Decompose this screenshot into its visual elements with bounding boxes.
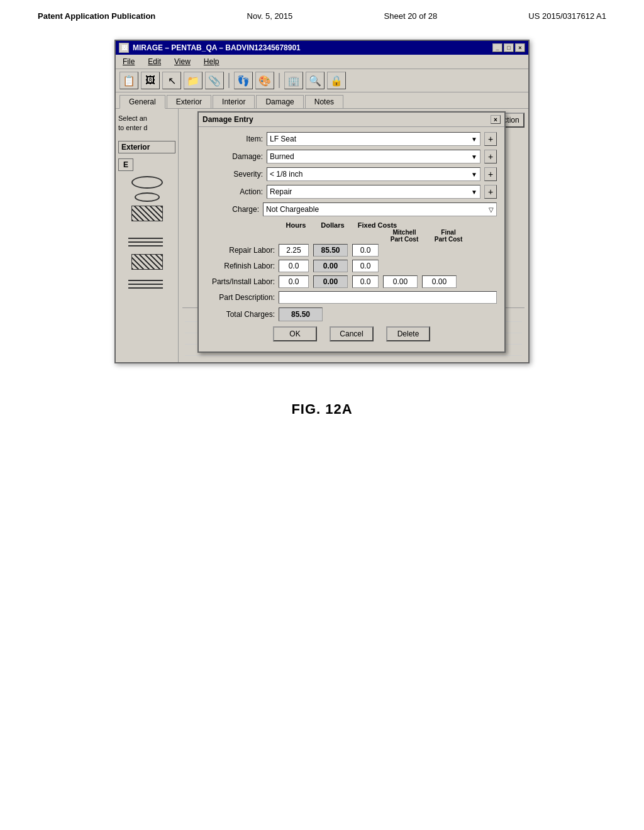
shape-hatched-1 bbox=[131, 206, 163, 221]
toolbar-btn-6[interactable]: 👣 bbox=[234, 72, 253, 89]
shape-lines-2 bbox=[128, 280, 166, 289]
action-add-button[interactable]: + bbox=[484, 185, 497, 199]
labor-header-row: Hours Dollars Fixed Costs bbox=[279, 221, 497, 229]
toolbar-btn-4[interactable]: 📁 bbox=[184, 72, 203, 89]
parts-labor-label: Parts/Install Labor: bbox=[206, 277, 279, 286]
hours-header: Hours bbox=[279, 221, 313, 229]
toolbar-separator-1 bbox=[228, 73, 230, 88]
parts-dollars-input[interactable] bbox=[313, 275, 348, 288]
charge-row: Charge: Not Chargeable ▽ bbox=[206, 202, 497, 216]
minimize-button[interactable]: _ bbox=[492, 43, 502, 52]
menu-view[interactable]: View bbox=[172, 57, 192, 67]
severity-row: Severity: < 1/8 inch ▼ + bbox=[206, 167, 497, 181]
delete-button[interactable]: Delete bbox=[386, 326, 430, 341]
total-charges-label: Total Charges: bbox=[206, 310, 279, 319]
total-charges-row: Total Charges: bbox=[206, 307, 497, 321]
refinish-labor-label: Refinish Labor: bbox=[206, 262, 279, 270]
app-icon: 🖼 bbox=[119, 43, 129, 53]
toolbar-btn-10[interactable]: 🔒 bbox=[327, 72, 346, 89]
cancel-button[interactable]: Cancel bbox=[330, 326, 374, 341]
fixed-costs-header: Fixed Costs bbox=[352, 221, 402, 229]
toolbar-btn-7[interactable]: 🎨 bbox=[255, 72, 274, 89]
part-description-row: Part Description: bbox=[206, 291, 497, 304]
severity-add-button[interactable]: + bbox=[484, 167, 497, 181]
parts-hours-input[interactable] bbox=[279, 275, 309, 288]
title-bar-buttons[interactable]: _ □ × bbox=[492, 43, 525, 52]
tab-exterior[interactable]: Exterior bbox=[167, 95, 211, 108]
page-header: Patent Application Publication Nov. 5, 2… bbox=[0, 0, 644, 27]
parts-final-input[interactable] bbox=[422, 275, 457, 288]
tab-bar: General Exterior Interior Damage Notes bbox=[116, 92, 528, 108]
page-content: 🖼 MIRAGE – PENTAB_QA – BADVIN12345678901… bbox=[0, 27, 644, 376]
action-dropdown[interactable]: Repair ▼ bbox=[267, 185, 480, 199]
item-dropdown[interactable]: LF Seat ▼ bbox=[267, 132, 480, 146]
refinish-fixed-input[interactable] bbox=[352, 260, 379, 272]
left-sidebar: Select an to enter d Exterior E bbox=[116, 109, 179, 362]
total-charges-input[interactable] bbox=[279, 307, 323, 321]
severity-dropdown-arrow: ▼ bbox=[471, 171, 477, 178]
parts-fixed-input[interactable] bbox=[352, 275, 379, 288]
toolbar-separator-2 bbox=[279, 73, 280, 88]
dollars-header: Dollars bbox=[313, 221, 352, 229]
repair-labor-row: Repair Labor: bbox=[206, 244, 497, 257]
mitchell-final-headers: MitchellPart Cost FinalPart Cost bbox=[279, 229, 497, 243]
charge-value: Not Chargeable bbox=[266, 205, 319, 214]
refinish-dollars-input[interactable] bbox=[313, 260, 348, 272]
menu-help[interactable]: Help bbox=[202, 57, 221, 67]
severity-dropdown[interactable]: < 1/8 inch ▼ bbox=[267, 167, 480, 181]
date-label: Nov. 5, 2015 bbox=[247, 11, 293, 21]
publication-label: Patent Application Publication bbox=[38, 11, 155, 21]
menu-edit[interactable]: Edit bbox=[146, 57, 163, 67]
charge-dropdown[interactable]: Not Chargeable ▽ bbox=[263, 202, 497, 216]
item-label: Item: bbox=[206, 135, 263, 143]
severity-value: < 1/8 inch bbox=[270, 170, 303, 179]
figure-caption: FIG. 12A bbox=[0, 401, 644, 418]
dialog-close-button[interactable]: × bbox=[491, 115, 501, 124]
parts-labor-row: Parts/Install Labor: bbox=[206, 275, 497, 288]
toolbar-btn-1[interactable]: 📋 bbox=[119, 72, 138, 89]
repair-fixed-input[interactable] bbox=[352, 244, 379, 257]
dialog-title-text: Damage Entry bbox=[203, 115, 253, 124]
repair-dollars-input[interactable] bbox=[313, 244, 348, 257]
toolbar: 📋 🖼 ↖ 📁 📎 👣 🎨 🏢 🔍 🔒 bbox=[116, 69, 528, 92]
severity-label: Severity: bbox=[206, 170, 263, 179]
tab-general[interactable]: General bbox=[119, 95, 165, 109]
close-window-button[interactable]: × bbox=[515, 43, 525, 52]
app-window: 🖼 MIRAGE – PENTAB_QA – BADVIN12345678901… bbox=[114, 40, 530, 363]
action-label: Action: bbox=[206, 187, 263, 196]
toolbar-btn-2[interactable]: 🖼 bbox=[141, 72, 160, 89]
maximize-button[interactable]: □ bbox=[504, 43, 514, 52]
item-add-button[interactable]: + bbox=[484, 132, 497, 146]
menu-file[interactable]: File bbox=[121, 57, 136, 67]
charge-label: Charge: bbox=[206, 205, 263, 214]
sheet-label: Sheet 20 of 28 bbox=[384, 11, 438, 21]
damage-label: Damage: bbox=[206, 152, 263, 161]
refinish-hours-input[interactable] bbox=[279, 260, 309, 272]
title-bar: 🖼 MIRAGE – PENTAB_QA – BADVIN12345678901… bbox=[116, 41, 528, 55]
damage-row: Damage: Burned ▼ + bbox=[206, 150, 497, 163]
refinish-labor-row: Refinish Labor: bbox=[206, 260, 497, 272]
tab-interior[interactable]: Interior bbox=[213, 95, 255, 108]
parts-mitchell-input[interactable] bbox=[383, 275, 418, 288]
mitchell-label: MitchellPart Cost bbox=[382, 229, 426, 243]
damage-add-button[interactable]: + bbox=[484, 150, 497, 163]
toolbar-btn-8[interactable]: 🏢 bbox=[284, 72, 303, 89]
window-title: MIRAGE – PENTAB_QA – BADVIN12345678901 bbox=[133, 43, 301, 52]
item-row: Item: LF Seat ▼ + bbox=[206, 132, 497, 146]
toolbar-btn-9[interactable]: 🔍 bbox=[306, 72, 325, 89]
tab-notes[interactable]: Notes bbox=[305, 95, 343, 108]
repair-hours-input[interactable] bbox=[279, 244, 309, 257]
damage-dropdown-arrow: ▼ bbox=[471, 153, 477, 160]
damage-entry-dialog: Damage Entry × Item: LF Seat ▼ + bbox=[197, 111, 506, 353]
toolbar-btn-3[interactable]: ↖ bbox=[162, 72, 181, 89]
damage-dropdown[interactable]: Burned ▼ bbox=[267, 150, 480, 163]
toolbar-btn-5[interactable]: 📎 bbox=[205, 72, 224, 89]
tab-damage[interactable]: Damage bbox=[256, 95, 303, 108]
part-description-label: Part Description: bbox=[206, 293, 279, 302]
labor-section: Hours Dollars Fixed Costs MitchellPart C… bbox=[206, 221, 497, 288]
final-label: FinalPart Cost bbox=[426, 229, 470, 243]
shape-oval-2 bbox=[135, 192, 160, 202]
shape-oval-1 bbox=[131, 176, 163, 189]
part-description-input[interactable] bbox=[279, 291, 497, 304]
ok-button[interactable]: OK bbox=[273, 326, 317, 341]
